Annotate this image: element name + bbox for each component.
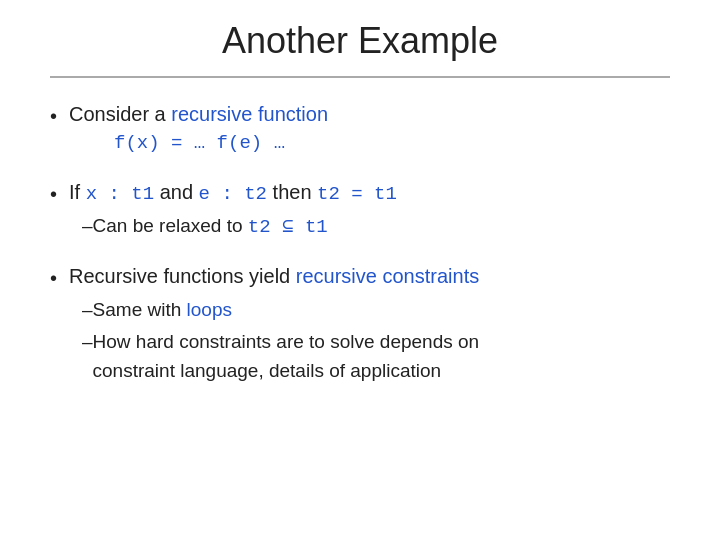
bullet2-sub1: –Can be relaxed to t2 ⊆ t1 bbox=[82, 212, 670, 242]
bullet-row-3: • Recursive functions yield recursive co… bbox=[50, 262, 670, 292]
bullet1-text: Consider a recursive function bbox=[69, 100, 328, 128]
title-divider bbox=[50, 76, 670, 78]
bullet3-sub1: –Same with loops bbox=[82, 296, 670, 325]
bullet-dot-3: • bbox=[50, 264, 57, 292]
bullet3-loops: loops bbox=[187, 299, 232, 320]
bullet2-sub1-code: t2 ⊆ t1 bbox=[248, 216, 328, 238]
bullet2-x-t1: x : t1 bbox=[86, 183, 154, 205]
bullet-row-1: • Consider a recursive function bbox=[50, 100, 670, 130]
bullet2-text: If x : t1 and e : t2 then t2 = t1 bbox=[69, 178, 397, 208]
bullet3-sub2: –How hard constraints are to solve depen… bbox=[82, 328, 670, 385]
slide-content: • Consider a recursive function f(x) = …… bbox=[50, 100, 670, 510]
bullet1-highlight: recursive function bbox=[171, 103, 328, 125]
slide-title: Another Example bbox=[50, 20, 670, 76]
bullet-row-2: • If x : t1 and e : t2 then t2 = t1 bbox=[50, 178, 670, 208]
bullet-dot-2: • bbox=[50, 180, 57, 208]
bullet-item-1: • Consider a recursive function f(x) = …… bbox=[50, 100, 670, 158]
bullet-item-2: • If x : t1 and e : t2 then t2 = t1 –Can… bbox=[50, 178, 670, 242]
slide: Another Example • Consider a recursive f… bbox=[0, 0, 720, 540]
bullet1-code: f(x) = … f(e) … bbox=[114, 132, 670, 154]
bullet3-text: Recursive functions yield recursive cons… bbox=[69, 262, 479, 290]
bullet-dot-1: • bbox=[50, 102, 57, 130]
bullet2-e-t2: e : t2 bbox=[199, 183, 267, 205]
bullet3-highlight: recursive constraints bbox=[296, 265, 479, 287]
bullet2-t2-t1: t2 = t1 bbox=[317, 183, 397, 205]
bullet-item-3: • Recursive functions yield recursive co… bbox=[50, 262, 670, 386]
